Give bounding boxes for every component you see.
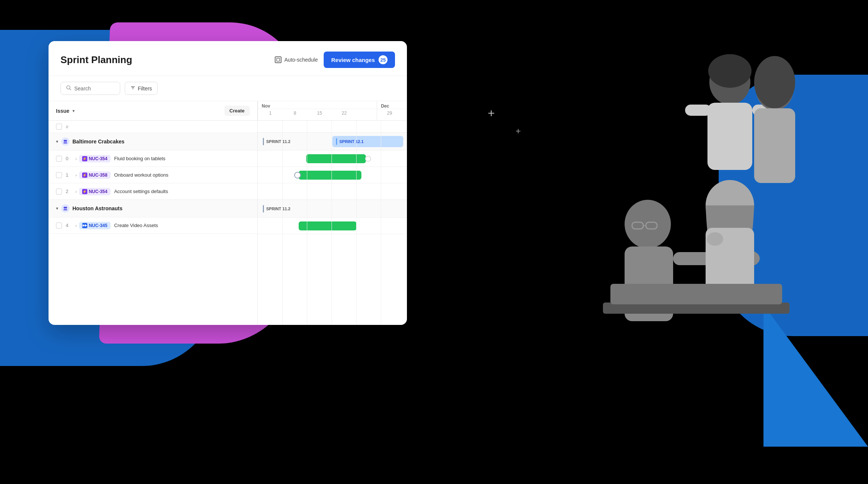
issue-row-1: 1 › ⚡ NUC-358 Onboard workout options — [49, 167, 257, 183]
issue-icon-2: ⚡ — [82, 189, 87, 194]
issue-col-label: Issue — [56, 108, 69, 114]
header-right: Auto-schedule Review changes 25 — [275, 52, 395, 68]
issue-tag-label-2: NUC-354 — [89, 189, 108, 194]
table-header-row: Issue ▾ Create Nov 1 8 15 22 Dec — [49, 101, 407, 121]
filters-label: Filters — [138, 86, 152, 91]
group-row-baltimore: ▾ Baltimore Crabcakes — [49, 133, 257, 151]
svg-point-17 — [707, 232, 723, 246]
gantt-bar-0 — [306, 154, 366, 163]
gantt-row-1 — [258, 167, 407, 183]
hash-row: # — [49, 121, 257, 133]
issue-list: # ▾ Baltimore Crabcakes — [49, 121, 258, 325]
row-4-checkbox[interactable] — [56, 223, 62, 229]
review-changes-button[interactable]: Review changes 25 — [324, 52, 395, 68]
search-placeholder: Search — [74, 86, 91, 91]
issue-title-1: Onboard workout options — [114, 172, 250, 178]
people-illustration — [491, 45, 846, 437]
sprint-dot-11-2 — [263, 138, 264, 145]
row-0-number: 0 — [66, 156, 73, 161]
gantt-row-0 — [258, 151, 407, 167]
search-icon — [66, 85, 71, 91]
sprint-12-1-label: SPRINT 12.1 — [339, 139, 364, 144]
row-1-checkbox[interactable] — [56, 172, 62, 178]
gantt-bar-1-left-handle[interactable] — [294, 172, 301, 179]
auto-schedule-icon — [275, 56, 281, 63]
sprint-12-dot — [336, 138, 337, 145]
group-chevron-houston[interactable]: ▾ — [56, 206, 58, 211]
svg-rect-19 — [610, 284, 782, 304]
group-chevron-baltimore[interactable]: ▾ — [56, 139, 58, 144]
issue-tag-label-1: NUC-358 — [89, 173, 108, 178]
dec-month-label: Dec — [377, 101, 407, 109]
row-2-number: 2 — [66, 189, 73, 194]
data-rows-container: # ▾ Baltimore Crabcakes — [49, 121, 407, 325]
week-29: 29 — [377, 109, 402, 118]
row-1-expand[interactable]: › — [75, 173, 77, 177]
issue-row-4: 4 › ▶▶ NUC-345 Create Video Assets — [49, 217, 257, 234]
panel-title: Sprint Planning — [60, 54, 132, 66]
gantt-row-2 — [258, 183, 407, 200]
group-row-houston: ▾ Houston Astronauts — [49, 200, 257, 217]
svg-point-8 — [625, 200, 671, 248]
issue-title-0: Fluid booking on tablets — [114, 156, 250, 161]
row-0-checkbox[interactable] — [56, 156, 62, 162]
filters-button[interactable]: Filters — [125, 82, 158, 95]
issue-tag-nuc345[interactable]: ▶▶ NUC-345 — [79, 222, 111, 229]
svg-point-27 — [65, 140, 67, 142]
issue-tag-nuc354-0[interactable]: ⚡ NUC-354 — [79, 155, 111, 162]
issue-tag-nuc354-2[interactable]: ⚡ NUC-354 — [79, 188, 111, 195]
gantt-col-header: Nov 1 8 15 22 Dec 29 — [258, 101, 407, 120]
svg-rect-2 — [707, 103, 752, 170]
svg-rect-3 — [685, 105, 711, 116]
sprint-dot-11-2-b — [263, 205, 264, 212]
row-1-number: 1 — [66, 172, 73, 178]
gantt-bar-4 — [299, 221, 357, 230]
search-box[interactable]: Search — [60, 82, 120, 95]
gantt-group-houston: SPRINT 11.2 — [258, 200, 407, 218]
row-0-expand[interactable]: › — [75, 156, 77, 161]
hash-symbol: # — [66, 124, 68, 130]
issue-col-header: Issue ▾ Create — [49, 101, 258, 120]
hash-checkbox[interactable] — [56, 124, 62, 130]
nov-month-label: Nov — [258, 101, 377, 109]
gantt-content: SPRINT 11.2 SPRINT 12.1 — [258, 121, 407, 234]
svg-line-22 — [70, 89, 71, 90]
issue-title-4: Create Video Assets — [114, 223, 250, 228]
filters-icon — [130, 85, 136, 91]
issue-title-2: Account settings defaults — [114, 189, 250, 194]
dec-week-labels: 29 — [377, 109, 407, 118]
create-button[interactable]: Create — [224, 106, 250, 116]
review-btn-label: Review changes — [331, 57, 375, 63]
row-2-expand[interactable]: › — [75, 189, 77, 194]
issue-sort-icon[interactable]: ▾ — [72, 108, 75, 114]
week-1: 1 — [258, 109, 283, 118]
issue-icon-0: ⚡ — [82, 156, 87, 161]
svg-rect-7 — [754, 108, 795, 183]
auto-schedule-toggle[interactable]: Auto-schedule — [275, 56, 318, 63]
panel-toolbar: Search Filters — [49, 76, 407, 101]
dec-month-group: Dec 29 — [377, 101, 407, 120]
sprint-12-1-bar: SPRINT 12.1 — [332, 136, 403, 147]
issue-tag-label-4: NUC-345 — [89, 223, 108, 228]
gantt-hash-row — [258, 121, 407, 133]
issue-tag-label-0: NUC-354 — [89, 156, 108, 161]
issue-icon-4: ▶▶ — [82, 223, 87, 228]
group-icon-baltimore — [61, 137, 69, 146]
svg-point-6 — [754, 56, 795, 108]
gantt-bar-0-handle[interactable] — [365, 156, 371, 162]
panel-header: Sprint Planning Auto-schedule Review cha… — [49, 41, 407, 76]
svg-rect-20 — [277, 58, 280, 61]
svg-point-29 — [65, 207, 67, 209]
group-name-houston: Houston Astronauts — [72, 205, 122, 211]
issue-tag-nuc358[interactable]: ⚡ NUC-358 — [79, 171, 111, 179]
issue-icon-1: ⚡ — [82, 173, 87, 178]
row-2-checkbox[interactable] — [56, 189, 62, 195]
gantt-group-baltimore: SPRINT 11.2 SPRINT 12.1 — [258, 133, 407, 151]
row-4-number: 4 — [66, 223, 73, 228]
main-panel: Sprint Planning Auto-schedule Review cha… — [49, 41, 407, 325]
row-4-expand[interactable]: › — [75, 223, 77, 228]
week-15: 15 — [307, 109, 332, 118]
gantt-chart: SPRINT 11.2 SPRINT 12.1 — [258, 121, 407, 325]
gantt-bar-1 — [299, 171, 361, 180]
group-name-baltimore: Baltimore Crabcakes — [72, 139, 124, 145]
